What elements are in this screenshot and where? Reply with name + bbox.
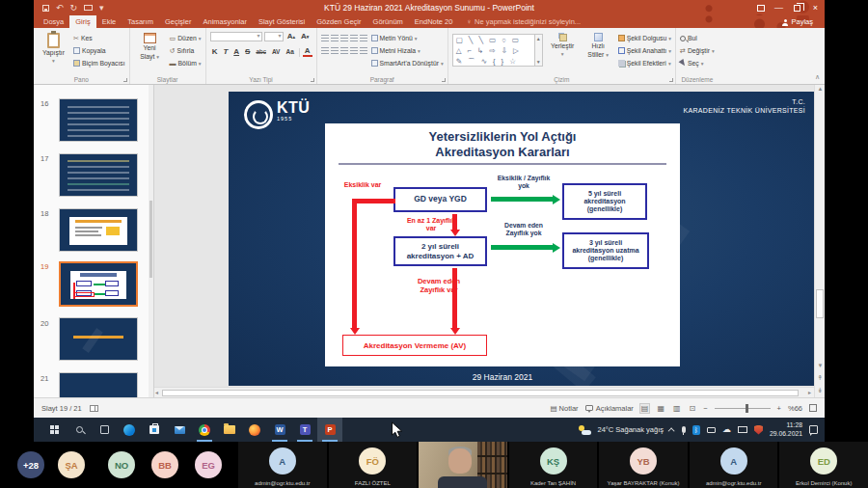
thumbnail-slide-18[interactable] [59,208,138,252]
minimize-button[interactable]: — [770,0,788,15]
taskbar-teams[interactable]: T [292,418,317,442]
slide-sorter-view-button[interactable]: ▦ [656,404,665,413]
usb-device-icon[interactable] [707,427,716,433]
flow-box-3yil[interactable]: 3 yıl süreli akreditasyon uzatma (genell… [562,232,649,269]
slideshow-view-button[interactable]: ⊡ [689,404,697,413]
zoom-slider-thumb[interactable] [746,404,748,413]
avatar[interactable]: NO [108,451,135,478]
section-button[interactable]: ▬Bölüm▾ [170,58,202,68]
avatar[interactable]: EG [195,451,222,478]
increase-indent-icon[interactable] [350,35,358,41]
taskbar-firefox[interactable] [242,418,267,442]
scroll-right-icon[interactable]: ▸ [808,389,811,395]
tab-gecisler[interactable]: Geçişler [159,15,198,28]
shadow-abc-button[interactable]: abc [254,47,267,57]
shrink-font-button[interactable]: A▾ [299,32,311,41]
weather-text[interactable]: 24°C Sağanak yağış [598,425,664,434]
action-center-icon[interactable] [809,425,818,434]
tab-dosya[interactable]: Dosya [38,15,69,28]
shapes-row-1[interactable]: ▢ ╲ ╲ ▭ ○ ▭ [456,35,534,45]
cut-button[interactable]: ✂Kes [73,33,125,43]
participant-tile[interactable]: A admin@ogr.ktu.edu.tr [236,442,327,488]
justify-icon[interactable] [350,47,358,54]
shapes-gallery-scrollbar[interactable]: ▲ ▼ [535,34,543,67]
slide-date-footer[interactable]: 29 Haziran 2021 [325,372,680,382]
taskbar-chrome[interactable] [192,418,217,442]
collapse-ribbon-button[interactable]: ∧ [815,73,820,81]
onedrive-cloud-icon[interactable]: ☁ [722,425,731,434]
align-left-icon[interactable] [321,47,329,54]
bullet-list-icon[interactable] [321,35,329,41]
convert-smartart-button[interactable]: SmartArt'a Dönüştür▾ [371,58,444,68]
shapes-row-3[interactable]: ✎ ⌒ ∿ { } ☆ [456,56,534,67]
shapes-row-2[interactable]: △ ⌐ ↳ ⇨ ⇩ ▷ [456,45,534,56]
taskbar-search-button[interactable] [67,418,92,442]
undo-icon[interactable]: ↶ [56,4,64,13]
layout-button[interactable]: ▭Düzen▾ [170,33,202,43]
flow-box-akreditasyon-vermeme[interactable]: Akreditasyon Vermeme (AV) [342,335,487,356]
taskbar-store[interactable] [142,418,167,442]
tab-ekle[interactable]: Ekle [96,15,122,28]
start-slideshow-icon[interactable] [84,5,93,11]
label-devam-eden-zayiflik-var[interactable]: Devam eden Zayıflık var [400,278,477,294]
participant-video-tile[interactable] [417,442,507,488]
thumbnail-slide-16[interactable] [59,98,138,142]
comments-toggle[interactable]: Açıklamalar [585,404,634,413]
font-dialog-launcher[interactable] [311,78,314,82]
select-button[interactable]: Seç▾ [680,58,715,68]
replace-button[interactable]: ⇄Değiştir▾ [680,45,715,56]
taskbar-clock[interactable]: 11:28 29.06.2021 [770,421,802,438]
scroll-down-icon[interactable]: ▼ [815,363,826,368]
participant-tile[interactable]: KŞ Kader Tan ŞAHİN [507,442,598,488]
paragraph-dialog-launcher[interactable] [442,78,446,82]
tray-chevron-icon[interactable] [668,427,675,434]
vertical-scrollbar-thumb[interactable] [816,289,824,318]
horizontal-scrollbar[interactable]: ◂ ▸ [154,387,814,397]
tab-slayt-gosterisi[interactable]: Slayt Gösterisi [253,15,311,28]
shape-fill-button[interactable]: Şekil Dolgusu▾ [618,33,671,43]
tab-endnote[interactable]: EndNote 20 [409,15,459,28]
participant-tile[interactable]: A admin@ogr.ktu.edu.tr [688,442,778,488]
avatar[interactable]: ŞA [58,451,85,478]
font-size-select[interactable] [264,32,284,41]
scroll-left-icon[interactable]: ◂ [155,389,158,395]
reset-button[interactable]: ↺Sıfırla [170,45,202,56]
previous-slide-button[interactable]: ↟ [815,374,826,382]
character-spacing-button[interactable]: AV [270,47,283,57]
normal-view-button[interactable]: ▤ [640,404,650,413]
bluetooth-icon[interactable]: ᛒ [692,425,700,435]
zoom-level[interactable]: %66 [788,404,802,413]
shape-outline-button[interactable]: Şekil Anahattı▾ [618,45,671,56]
flow-box-5yil[interactable]: 5 yıl süreli akreditasyon (genellikle) [562,183,647,220]
find-button[interactable]: Bul [680,33,715,43]
text-direction-button[interactable]: Metin Yönü▾ [371,33,444,43]
task-view-button[interactable] [92,418,117,442]
label-devam-eden-zayiflik-yok[interactable]: Devam eden Zayıflık yok [489,222,558,237]
underline-button[interactable]: A [231,47,241,57]
format-painter-button[interactable]: Biçim Boyacısı [73,58,125,68]
taskbar-powerpoint[interactable]: P [317,418,342,442]
notes-toggle[interactable]: ▤ Notlar [550,404,578,413]
grow-font-button[interactable]: A▴ [285,32,297,41]
weather-icon[interactable] [579,425,591,435]
shapes-gallery[interactable]: ▢ ╲ ╲ ▭ ○ ▭ △ ⌐ ↳ ⇨ ⇩ ▷ ✎ ⌒ ∿ { } ☆ [452,34,535,67]
redo-icon[interactable]: ↻ [70,4,78,13]
scroll-up-icon[interactable]: ▲ [815,86,826,92]
avatar[interactable]: BB [151,451,178,478]
copy-button[interactable]: Kopyala [73,45,125,56]
participant-tile[interactable]: ED Erkol Demirci (Konuk) [777,442,868,488]
bold-button[interactable]: K [210,47,220,57]
drawing-dialog-launcher[interactable] [669,78,673,82]
close-button[interactable]: × [806,0,825,15]
arrange-button[interactable]: Yerleştir ▾ [547,31,579,74]
italic-button[interactable]: T [221,47,230,57]
university-header[interactable]: T.C. KARADENİZ TEKNİK ÜNİVERSİTESİ [684,97,805,115]
line-spacing-icon[interactable] [360,35,367,41]
slide-canvas[interactable]: KTÜ 1955 T.C. KARADENİZ TEKNİK ÜNİVERSİT… [229,92,815,386]
ribbon-display-options-button[interactable] [751,0,770,15]
flow-box-gd-ygd[interactable]: GD veya YGD [393,187,487,212]
taskbar-word[interactable]: W [267,418,292,442]
font-name-select[interactable] [210,32,262,41]
microphone-icon[interactable] [682,426,686,433]
zoom-in-button[interactable]: + [777,404,781,413]
